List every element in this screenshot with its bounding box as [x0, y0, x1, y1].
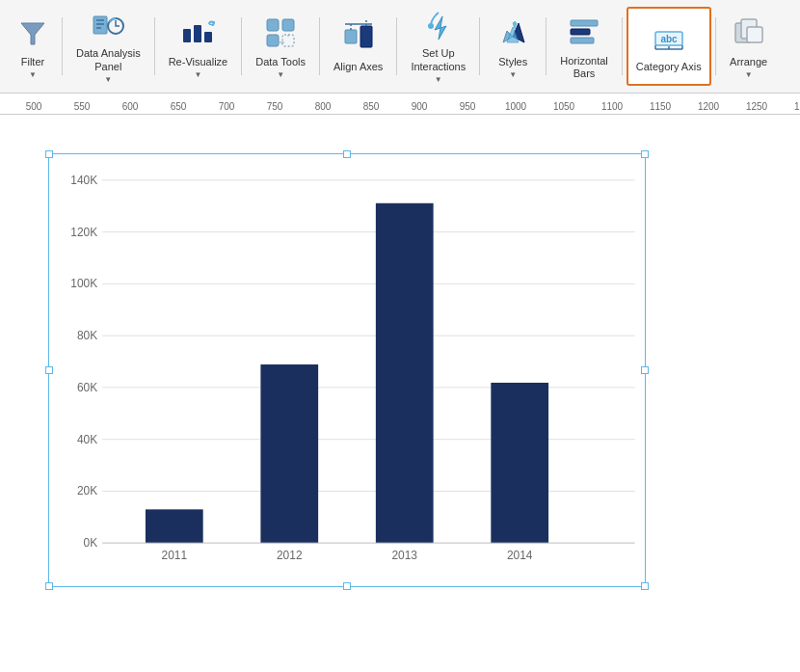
set-up-interactions-button[interactable]: Set UpInteractions ▼ [401, 7, 475, 86]
ruler-tick: 1200 [684, 101, 733, 112]
divider-6 [479, 17, 480, 75]
svg-marker-0 [21, 23, 44, 44]
divider-9 [715, 17, 716, 75]
svg-text:2014: 2014 [507, 549, 533, 562]
ruler-tick: 550 [58, 101, 106, 112]
chart-container[interactable]: 140K 120K 100K 80K 60K 40K 20K 0K 2011 2… [48, 153, 646, 587]
svg-text:120K: 120K [70, 226, 97, 239]
arrange-arrow: ▼ [745, 70, 753, 79]
bar-2013 [376, 203, 434, 543]
svg-rect-23 [571, 38, 594, 43]
svg-point-20 [428, 23, 434, 29]
svg-rect-11 [267, 35, 279, 46]
svg-text:60K: 60K [77, 381, 97, 394]
toolbar: Filter ▼ Data AnalysisPanel ▼ [0, 0, 800, 94]
handle-bottom-center[interactable] [343, 582, 351, 590]
bar-2012 [260, 364, 318, 543]
horizontal-bars-label: HorizontalBars [560, 55, 608, 80]
data-tools-icon [261, 13, 300, 52]
set-up-interactions-label: Set UpInteractions [411, 47, 466, 72]
svg-text:100K: 100K [70, 277, 97, 290]
re-visualize-arrow: ▼ [194, 70, 201, 79]
styles-icon [493, 13, 532, 52]
category-axis-button[interactable]: abc Category Axis [627, 7, 711, 86]
data-analysis-label: Data AnalysisPanel [76, 47, 141, 72]
handle-mid-right[interactable] [641, 366, 649, 374]
svg-rect-21 [571, 20, 598, 26]
styles-button[interactable]: Styles ▼ [484, 7, 542, 86]
bar-2011 [146, 509, 203, 543]
arrange-icon [730, 13, 768, 52]
svg-rect-15 [345, 30, 357, 43]
ruler-tick: 500 [10, 101, 58, 112]
ruler-tick: 950 [443, 101, 492, 112]
svg-rect-10 [282, 19, 294, 31]
data-analysis-icon [89, 9, 127, 43]
category-axis-label: Category Axis [636, 61, 702, 73]
ruler: 500 550 600 650 700 750 800 850 900 950 … [0, 94, 800, 115]
bar-2014 [491, 383, 548, 543]
svg-rect-1 [93, 16, 107, 34]
data-tools-button[interactable]: Data Tools ▼ [246, 7, 315, 86]
svg-text:abc: abc [660, 34, 678, 44]
ruler-tick: 800 [299, 101, 347, 112]
re-visualize-button[interactable]: Re-Visualize ▼ [159, 7, 238, 86]
svg-text:40K: 40K [77, 433, 97, 446]
divider-3 [241, 17, 242, 75]
handle-bottom-right[interactable] [641, 582, 649, 590]
ruler-labels: 500 550 600 650 700 750 800 850 900 950 … [0, 101, 800, 112]
re-visualize-label: Re-Visualize [169, 56, 228, 68]
set-up-interactions-arrow: ▼ [435, 75, 442, 84]
ruler-tick: 700 [202, 101, 251, 112]
ruler-tick: 600 [106, 101, 154, 112]
handle-top-right[interactable] [641, 150, 649, 158]
ruler-tick: 1000 [492, 101, 540, 112]
data-analysis-arrow: ▼ [104, 75, 112, 84]
ruler-tick: 1150 [636, 101, 684, 112]
re-visualize-icon [178, 13, 217, 52]
filter-button[interactable]: Filter ▼ [8, 7, 58, 86]
ruler-tick: 1100 [588, 101, 636, 112]
handle-top-left[interactable] [45, 150, 53, 158]
svg-text:2012: 2012 [277, 549, 303, 562]
set-up-interactions-icon [419, 9, 458, 43]
svg-rect-16 [360, 26, 372, 47]
divider-2 [154, 17, 155, 75]
ruler-tick: 1050 [540, 101, 588, 112]
horizontal-bars-icon [565, 13, 603, 51]
svg-rect-7 [194, 25, 201, 42]
ruler-tick: 900 [395, 101, 443, 112]
ruler-tick: 850 [347, 101, 395, 112]
align-axes-button[interactable]: Align Axes [324, 7, 392, 86]
svg-rect-8 [204, 32, 212, 42]
handle-bottom-left[interactable] [45, 582, 53, 590]
main-content: 140K 120K 100K 80K 60K 40K 20K 0K 2011 2… [0, 115, 800, 672]
divider-7 [546, 17, 547, 75]
svg-text:2011: 2011 [162, 549, 188, 562]
arrange-label: Arrange [730, 56, 767, 68]
filter-label: Filter [21, 56, 44, 68]
styles-label: Styles [498, 56, 527, 68]
svg-rect-6 [183, 29, 191, 42]
arrange-button[interactable]: Arrange ▼ [720, 7, 778, 86]
svg-rect-9 [267, 19, 279, 31]
data-analysis-panel-button[interactable]: Data AnalysisPanel ▼ [67, 7, 150, 86]
svg-text:20K: 20K [77, 484, 97, 497]
ruler-tick: 750 [251, 101, 299, 112]
data-tools-arrow: ▼ [277, 70, 284, 79]
horizontal-bars-button[interactable]: HorizontalBars [550, 7, 618, 86]
svg-rect-22 [571, 29, 590, 35]
handle-top-center[interactable] [343, 150, 351, 158]
svg-text:140K: 140K [70, 174, 97, 187]
svg-text:0K: 0K [84, 536, 98, 550]
chart-svg: 140K 120K 100K 80K 60K 40K 20K 0K 2011 2… [49, 154, 645, 586]
filter-arrow: ▼ [29, 70, 37, 79]
filter-icon [13, 13, 52, 52]
align-axes-icon [339, 18, 378, 57]
ruler-tick: 1300 [781, 101, 800, 112]
ruler-tick: 650 [154, 101, 202, 112]
category-axis-icon: abc [650, 18, 688, 57]
data-tools-label: Data Tools [255, 56, 306, 68]
divider-1 [62, 17, 63, 75]
handle-mid-left[interactable] [45, 366, 53, 374]
